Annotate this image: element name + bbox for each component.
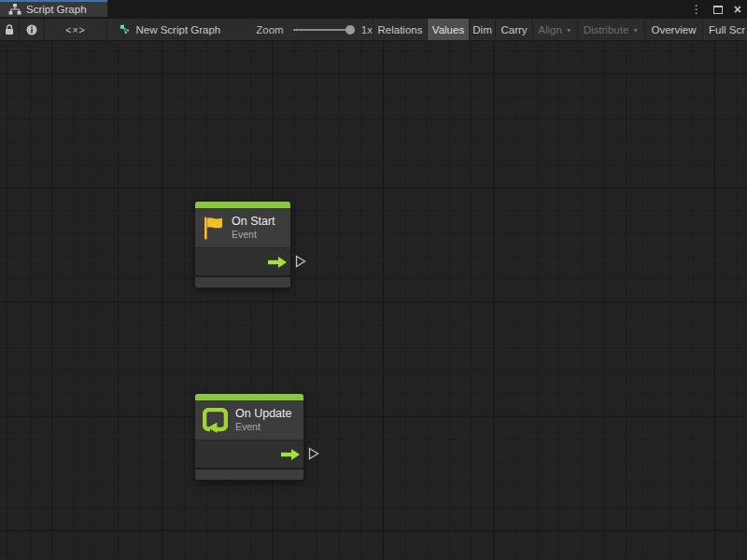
- control-flow-arrow-icon: [268, 257, 287, 268]
- close-icon[interactable]: ×: [734, 3, 741, 16]
- zoom-slider[interactable]: [293, 29, 353, 31]
- node-footer: [195, 468, 303, 480]
- node-port-row: [195, 247, 290, 275]
- zoom-value: 1x: [361, 24, 373, 35]
- overview-label: Overview: [652, 24, 697, 35]
- graph-info-section: New Script Graph Zoom 1x: [107, 19, 374, 40]
- window-menu-icon[interactable]: ⋮: [691, 4, 702, 15]
- zoom-slider-knob[interactable]: [345, 25, 355, 35]
- distribute-label: Distribute: [584, 24, 629, 35]
- toggle-relations-label: Relations: [378, 24, 423, 35]
- toggle-values[interactable]: Values: [428, 19, 470, 40]
- titlebar: Script Graph ⋮ ×: [0, 0, 747, 19]
- tab-title: Script Graph: [26, 4, 87, 15]
- align-dropdown[interactable]: Align ▼: [533, 19, 578, 40]
- node-on-start[interactable]: On Start Event: [195, 202, 290, 287]
- lock-icon: [5, 24, 14, 35]
- info-icon: [26, 24, 37, 35]
- chevron-down-icon: ▼: [566, 27, 572, 34]
- toggle-carry-label: Carry: [500, 24, 527, 35]
- window-controls: ⋮ ×: [691, 0, 741, 19]
- node-titles: On Start Event: [232, 215, 275, 241]
- node-footer: [195, 275, 290, 287]
- toggle-carry[interactable]: Carry: [496, 19, 533, 40]
- fullscreen-label: Full Scr: [709, 24, 745, 35]
- node-on-update[interactable]: On Update Event: [195, 394, 303, 480]
- node-header-strip: [195, 394, 303, 400]
- node-port-row: [195, 440, 303, 468]
- distribute-dropdown[interactable]: Distribute ▼: [578, 19, 645, 40]
- toggle-dim-label: Dim: [472, 24, 491, 35]
- overview-button[interactable]: Overview: [645, 19, 703, 40]
- on-start-output-port[interactable]: [295, 255, 306, 268]
- toggle-dim[interactable]: Dim: [470, 19, 496, 40]
- align-label: Align: [538, 24, 562, 35]
- control-flow-arrow-icon: [281, 449, 300, 460]
- flag-icon: [203, 216, 224, 241]
- node-title: On Update: [235, 407, 291, 421]
- loop-icon: [203, 408, 228, 433]
- node-titles: On Update Event: [235, 407, 291, 433]
- node-title: On Start: [232, 215, 275, 229]
- toggle-relations[interactable]: Relations: [374, 19, 428, 40]
- graph-canvas[interactable]: On Start Event: [0, 41, 747, 560]
- code-preview-button[interactable]: <×>: [45, 19, 107, 40]
- node-subtitle: Event: [235, 421, 291, 433]
- tab-script-graph[interactable]: Script Graph: [0, 0, 107, 17]
- script-graph-window: Script Graph ⋮ × <×>: [0, 0, 747, 560]
- zoom-label: Zoom: [256, 24, 283, 35]
- lock-button[interactable]: [0, 19, 20, 40]
- graph-hierarchy-icon: [8, 4, 21, 15]
- on-update-output-port[interactable]: [308, 447, 319, 460]
- graph-title: New Script Graph: [135, 24, 220, 35]
- toggle-values-label: Values: [432, 24, 464, 35]
- info-button[interactable]: [20, 19, 45, 40]
- chevron-down-icon: ▼: [632, 27, 639, 34]
- fullscreen-button[interactable]: Full Scr: [703, 19, 747, 40]
- node-subtitle: Event: [232, 229, 275, 241]
- maximize-icon[interactable]: [713, 6, 723, 14]
- node-header: On Start Event: [195, 208, 290, 247]
- code-icon: <×>: [65, 24, 85, 35]
- node-header: On Update Event: [195, 400, 303, 440]
- script-graph-icon: [120, 23, 129, 35]
- toolbar: <×> New Script Graph Zoom 1x Relations V…: [0, 19, 747, 41]
- node-header-strip: [195, 202, 290, 208]
